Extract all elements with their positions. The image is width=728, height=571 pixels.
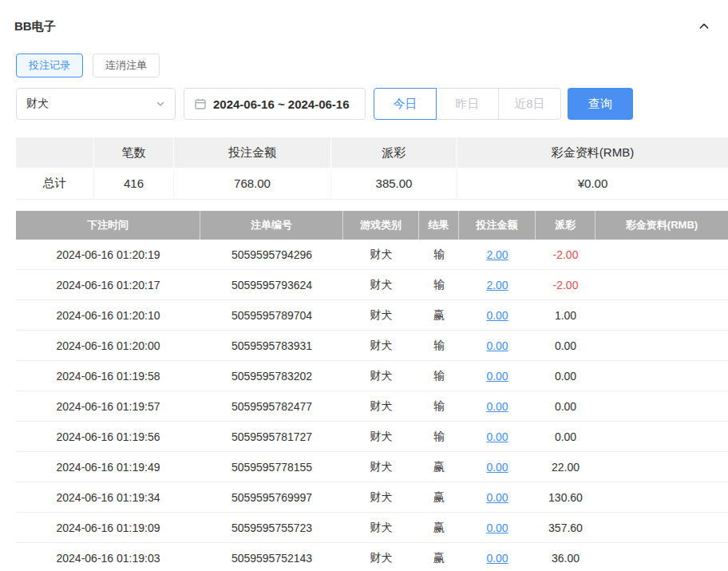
bet-table-header: 下注时间 注单编号 游戏类别 结果 投注金额 派彩 彩金资料(RMB) — [16, 211, 728, 240]
cell-order-id: 5059595778155 — [200, 452, 343, 482]
cell-bonus — [595, 391, 728, 421]
tab-label: 连消注单 — [105, 58, 147, 73]
cell-result: 输 — [419, 240, 459, 269]
header-bonus: 彩金资料(RMB) — [595, 211, 728, 240]
cell-order-id: 5059595783931 — [200, 331, 343, 360]
cell-bonus — [595, 300, 728, 330]
bet-records-panel: BB电子 投注记录 连消注单 财犬 2024-06-16 ~ 2024-06-1… — [0, 0, 728, 571]
cell-bet-time: 2024-06-16 01:20:19 — [16, 240, 200, 269]
cell-bet-time: 2024-06-16 01:19:56 — [16, 422, 200, 451]
date-range-input[interactable]: 2024-06-16 ~ 2024-06-16 — [184, 88, 366, 120]
game-select[interactable]: 财犬 — [16, 88, 176, 120]
cell-order-id: 5059595769997 — [200, 482, 343, 512]
cell-payout: -2.00 — [536, 270, 595, 299]
summary-count-value: 416 — [94, 168, 174, 199]
filter-bar: 财犬 2024-06-16 ~ 2024-06-16 今日 昨日 近8日 查询 — [16, 88, 728, 120]
summary-header-bonus: 彩金资料(RMB) — [457, 137, 728, 168]
cell-bet-time: 2024-06-16 01:20:17 — [16, 270, 200, 299]
cell-game-type: 财犬 — [343, 513, 419, 542]
tab-bet-records[interactable]: 投注记录 — [16, 54, 83, 77]
cell-order-id: 5059595782477 — [200, 391, 343, 421]
cell-bet-amount: 2.00 — [459, 270, 536, 299]
cell-payout: -2.00 — [536, 240, 595, 269]
bet-amount-link[interactable]: 0.00 — [486, 491, 508, 504]
summary-bet-value: 768.00 — [174, 168, 331, 199]
cell-game-type: 财犬 — [343, 361, 419, 391]
cell-bet-time: 2024-06-16 01:19:09 — [16, 513, 200, 542]
header-bet-time: 下注时间 — [16, 211, 200, 240]
chevron-up-icon — [698, 20, 710, 33]
table-row: 2024-06-16 01:20:10 5059595789704 财犬 赢 0… — [16, 300, 728, 331]
quick-range-8days-button[interactable]: 近8日 — [498, 88, 561, 120]
quick-range-today-button[interactable]: 今日 — [374, 88, 437, 120]
cell-game-type: 财犬 — [343, 422, 419, 451]
cell-bet-amount: 0.00 — [459, 331, 536, 360]
table-row: 2024-06-16 01:19:49 5059595778155 财犬 赢 0… — [16, 452, 728, 482]
bet-amount-link[interactable]: 0.00 — [486, 552, 508, 565]
cell-bonus — [595, 240, 728, 269]
cell-bonus — [595, 422, 728, 451]
button-label: 查询 — [588, 97, 612, 112]
cell-game-type: 财犬 — [343, 300, 419, 330]
cell-order-id: 5059595781727 — [200, 422, 343, 451]
cell-order-id: 5059595794296 — [200, 240, 343, 269]
cell-payout: 1.00 — [536, 300, 595, 330]
table-row: 2024-06-16 01:19:09 5059595755723 财犬 赢 0… — [16, 513, 728, 543]
cell-bonus — [595, 452, 728, 482]
summary-total-row: 总计 416 768.00 385.00 ¥0.00 — [16, 168, 728, 200]
summary-header-payout: 派彩 — [331, 137, 457, 168]
cell-bet-time: 2024-06-16 01:20:10 — [16, 300, 200, 330]
header-payout: 派彩 — [536, 211, 595, 240]
cell-result: 赢 — [419, 513, 459, 542]
quick-range-yesterday-button[interactable]: 昨日 — [436, 88, 499, 120]
cell-bet-amount: 0.00 — [459, 452, 536, 482]
cell-game-type: 财犬 — [343, 482, 419, 512]
collapse-button[interactable] — [696, 18, 712, 34]
summary-table: 笔数 投注金额 派彩 彩金资料(RMB) 总计 416 768.00 385.0… — [16, 137, 728, 200]
bet-amount-link[interactable]: 0.00 — [486, 309, 508, 322]
header-order-id: 注单编号 — [200, 211, 343, 240]
summary-header-row: 笔数 投注金额 派彩 彩金资料(RMB) — [16, 137, 728, 168]
cell-payout: 0.00 — [536, 331, 595, 360]
bet-amount-link[interactable]: 2.00 — [486, 279, 508, 291]
cell-bet-amount: 0.00 — [459, 482, 536, 512]
cell-bonus — [595, 543, 728, 571]
cell-result: 赢 — [419, 482, 459, 512]
cell-result: 输 — [419, 361, 459, 391]
cell-payout: 0.00 — [536, 361, 595, 391]
cell-payout: 130.60 — [536, 482, 595, 512]
table-row: 2024-06-16 01:20:00 5059595783931 财犬 输 0… — [16, 331, 728, 361]
cell-payout: 0.00 — [536, 391, 595, 421]
bet-amount-link[interactable]: 0.00 — [486, 339, 508, 352]
chevron-down-icon — [156, 99, 165, 109]
cell-bet-amount: 0.00 — [459, 422, 536, 451]
bet-table: 下注时间 注单编号 游戏类别 结果 投注金额 派彩 彩金资料(RMB) 2024… — [16, 211, 728, 571]
cell-bet-time: 2024-06-16 01:19:03 — [16, 543, 200, 571]
bet-amount-link[interactable]: 0.00 — [486, 521, 508, 534]
cell-game-type: 财犬 — [343, 543, 419, 571]
cell-payout: 357.60 — [536, 513, 595, 542]
cell-game-type: 财犬 — [343, 270, 419, 299]
quick-range-group: 今日 昨日 近8日 — [374, 88, 561, 120]
tab-cancelled-orders[interactable]: 连消注单 — [93, 54, 160, 77]
page-title: BB电子 — [14, 19, 56, 34]
cell-order-id: 5059595789704 — [200, 300, 343, 330]
bet-amount-link[interactable]: 0.00 — [486, 370, 508, 383]
bet-amount-link[interactable]: 0.00 — [486, 461, 508, 474]
table-row: 2024-06-16 01:20:17 5059595793624 财犬 输 2… — [16, 270, 728, 300]
search-button[interactable]: 查询 — [568, 88, 633, 120]
cell-bet-amount: 0.00 — [459, 361, 536, 391]
table-row: 2024-06-16 01:19:56 5059595781727 财犬 输 0… — [16, 422, 728, 452]
bet-amount-link[interactable]: 0.00 — [486, 400, 508, 413]
calendar-icon — [194, 97, 207, 110]
cell-result: 赢 — [419, 452, 459, 482]
cell-bonus — [595, 513, 728, 542]
cell-bet-amount: 2.00 — [459, 240, 536, 269]
cell-result: 赢 — [419, 543, 459, 571]
bet-amount-link[interactable]: 2.00 — [486, 248, 508, 261]
date-range-value: 2024-06-16 ~ 2024-06-16 — [213, 97, 350, 111]
summary-header-bet-amount: 投注金额 — [174, 137, 331, 168]
cell-bet-amount: 0.00 — [459, 543, 536, 571]
game-select-value: 财犬 — [26, 97, 49, 111]
bet-amount-link[interactable]: 0.00 — [486, 430, 508, 443]
